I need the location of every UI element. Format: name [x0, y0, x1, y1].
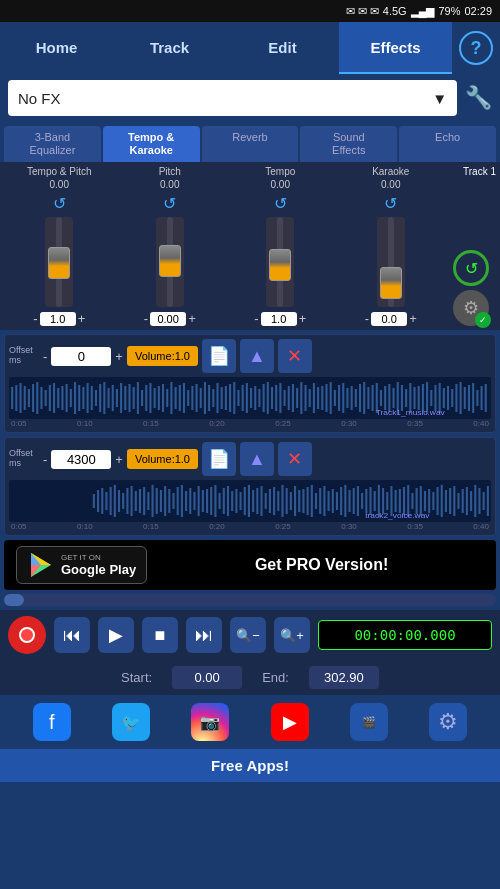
- slider-value-tempo-pitch[interactable]: 1.0: [40, 312, 76, 326]
- slider-track-karaoke[interactable]: [377, 217, 405, 307]
- effect-tab-sound-effects[interactable]: SoundEffects: [300, 126, 397, 162]
- google-play-button[interactable]: GET IT ON Google Play: [16, 546, 147, 584]
- tab-edit[interactable]: Edit: [226, 22, 339, 74]
- wrench-icon[interactable]: 🔧: [465, 85, 492, 111]
- end-value[interactable]: 302.90: [309, 666, 379, 689]
- skip-forward-button[interactable]: ⏭: [186, 617, 222, 653]
- help-button[interactable]: ?: [452, 22, 500, 74]
- plus-tempo[interactable]: +: [299, 311, 307, 326]
- slider-value-pitch[interactable]: 0.00: [150, 312, 186, 326]
- settings-icon[interactable]: ⚙: [429, 703, 467, 741]
- plus-karaoke[interactable]: +: [409, 311, 417, 326]
- col-header-karaoke: Karaoke: [336, 166, 447, 177]
- minus-tempo[interactable]: -: [254, 311, 258, 326]
- effect-tab-equalizer[interactable]: 3-BandEqualizer: [4, 126, 101, 162]
- svg-rect-203: [453, 486, 455, 516]
- volume-btn-2[interactable]: Volume:1.0: [127, 449, 198, 469]
- tab-home[interactable]: Home: [0, 22, 113, 74]
- status-icons: ✉ ✉ ✉: [346, 5, 379, 18]
- facebook-icon[interactable]: f: [33, 703, 71, 741]
- tab-effects[interactable]: Effects: [339, 22, 452, 74]
- svg-rect-157: [260, 486, 262, 516]
- slider-track-pitch[interactable]: [156, 217, 184, 307]
- slider-thumb-karaoke[interactable]: [380, 267, 402, 299]
- slider-track-tempo-pitch[interactable]: [45, 217, 73, 307]
- svg-rect-124: [122, 493, 124, 509]
- slider-value-karaoke[interactable]: 0.0: [371, 312, 407, 326]
- svg-rect-42: [183, 383, 185, 413]
- volume-btn-1[interactable]: Volume:1.0: [127, 346, 198, 366]
- zoom-in-button[interactable]: 🔍+: [274, 617, 310, 653]
- effect-tab-reverb[interactable]: Reverb: [202, 126, 299, 162]
- fx-dropdown[interactable]: No FX ▼: [8, 80, 457, 116]
- refresh-pitch-icon[interactable]: ↺: [163, 194, 176, 213]
- svg-rect-77: [330, 382, 332, 414]
- offset-plus-2[interactable]: +: [115, 452, 123, 467]
- svg-rect-68: [292, 384, 294, 412]
- start-value[interactable]: 0.00: [172, 666, 242, 689]
- play-button[interactable]: ▶: [98, 617, 134, 653]
- plus-pitch[interactable]: +: [188, 311, 196, 326]
- offset-value-1[interactable]: 0: [51, 347, 111, 366]
- offset-label-1: Offsetms: [9, 346, 39, 366]
- svg-rect-121: [110, 487, 112, 515]
- up-icon-1[interactable]: ▲: [240, 339, 274, 373]
- network-indicator: 4.5G: [383, 5, 407, 17]
- svg-rect-8: [40, 387, 42, 409]
- slider-value-tempo[interactable]: 1.0: [261, 312, 297, 326]
- svg-rect-16: [74, 382, 76, 414]
- file-icon-1[interactable]: 📄: [202, 339, 236, 373]
- svg-rect-162: [281, 485, 283, 517]
- svg-rect-52: [225, 386, 227, 410]
- svg-rect-139: [185, 491, 187, 511]
- refresh-karaoke-icon[interactable]: ↺: [384, 194, 397, 213]
- refresh-tempo-icon[interactable]: ↺: [274, 194, 287, 213]
- twitter-icon[interactable]: 🐦: [112, 703, 150, 741]
- instagram-icon[interactable]: 📷: [191, 703, 229, 741]
- minus-pitch[interactable]: -: [144, 311, 148, 326]
- svg-rect-104: [443, 388, 445, 408]
- zoom-in-icon: 🔍+: [280, 628, 304, 643]
- svg-rect-39: [170, 382, 172, 414]
- youtube-icon[interactable]: ▶: [271, 703, 309, 741]
- slider-thumb-tempo-pitch[interactable]: [48, 247, 70, 279]
- free-apps-bar[interactable]: Free Apps!: [0, 749, 500, 782]
- delete-icon-1[interactable]: ✕: [278, 339, 312, 373]
- green-refresh-icon[interactable]: ↺: [453, 250, 489, 286]
- record-button[interactable]: [8, 616, 46, 654]
- offset-minus-1[interactable]: -: [43, 349, 47, 364]
- svg-rect-57: [246, 383, 248, 413]
- slider-thumb-tempo[interactable]: [269, 249, 291, 281]
- fx-selector-row: No FX ▼ 🔧: [0, 74, 500, 122]
- minus-tempo-pitch[interactable]: -: [33, 311, 37, 326]
- zoom-out-button[interactable]: 🔍−: [230, 617, 266, 653]
- offset-minus-2[interactable]: -: [43, 452, 47, 467]
- plus-tempo-pitch[interactable]: +: [78, 311, 86, 326]
- offset-plus-1[interactable]: +: [115, 349, 123, 364]
- effect-tab-echo[interactable]: Echo: [399, 126, 496, 162]
- svg-rect-152: [240, 492, 242, 510]
- slider-track-tempo[interactable]: [266, 217, 294, 307]
- minus-karaoke[interactable]: -: [365, 311, 369, 326]
- offset-value-2[interactable]: 4300: [51, 450, 111, 469]
- scroll-thumb[interactable]: [4, 594, 24, 606]
- svg-rect-166: [298, 490, 300, 512]
- filmator-icon[interactable]: 🎬: [350, 703, 388, 741]
- effect-tab-tempo-karaoke[interactable]: Tempo &Karaoke: [103, 126, 200, 162]
- delete-icon-2[interactable]: ✕: [278, 442, 312, 476]
- file-icon-2[interactable]: 📄: [202, 442, 236, 476]
- svg-rect-63: [271, 387, 273, 409]
- refresh-tempo-pitch-icon[interactable]: ↺: [53, 194, 66, 213]
- up-icon-2[interactable]: ▲: [240, 442, 274, 476]
- svg-rect-73: [313, 383, 315, 413]
- svg-rect-164: [290, 492, 292, 510]
- svg-rect-106: [451, 389, 453, 407]
- stop-button[interactable]: ■: [142, 617, 178, 653]
- slider-thumb-pitch[interactable]: [159, 245, 181, 277]
- svg-rect-43: [187, 390, 189, 406]
- horizontal-scrollbar[interactable]: [4, 594, 496, 606]
- svg-rect-23: [103, 382, 105, 414]
- svg-rect-51: [221, 387, 223, 409]
- tab-track[interactable]: Track: [113, 22, 226, 74]
- skip-back-button[interactable]: ⏮: [54, 617, 90, 653]
